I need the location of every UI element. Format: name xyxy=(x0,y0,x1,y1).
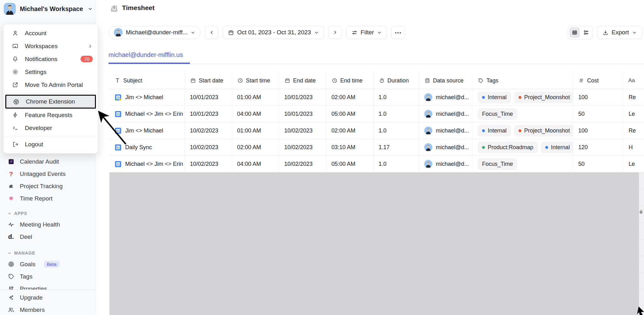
menu-item-label: Developer xyxy=(25,125,93,132)
ellipsis-icon: ... xyxy=(395,27,401,35)
extra-value: Re xyxy=(624,89,644,105)
sidebar-section-manage: MANAGE Goals Beta Tags Properties xyxy=(0,248,96,295)
sidebar-item-label: Untagged Events xyxy=(20,171,66,177)
sidebar-item-time-report[interactable]: Time Report xyxy=(0,192,96,205)
menu-item-notifications[interactable]: Notifications 70 xyxy=(3,53,98,65)
column-header-data-source[interactable]: Data source xyxy=(419,72,473,89)
column-header-tags[interactable]: Tags xyxy=(473,72,573,89)
sidebar-item-label: Meeting Health xyxy=(20,221,60,228)
avatar xyxy=(424,93,432,101)
tag-dot xyxy=(482,96,485,99)
table-row[interactable]: 31Jim <> Michael 10/02/2023 01:00 AM 10/… xyxy=(109,122,644,139)
export-dropdown[interactable]: Export xyxy=(597,26,642,39)
tag-pill: Internal xyxy=(478,125,511,137)
date-range-value: Oct 01, 2023 - Oct 31, 2023 xyxy=(237,29,311,36)
menu-item-label: Workspaces xyxy=(25,43,81,50)
column-header-subject[interactable]: TSubject xyxy=(109,72,185,89)
sidebar-footer: Upgrade Members xyxy=(0,290,96,315)
sidebar-item-goals[interactable]: Goals Beta xyxy=(0,258,96,270)
tag-icon xyxy=(8,273,14,280)
column-header-start-date[interactable]: Start date xyxy=(185,72,232,89)
start-time-value: 04:00 AM xyxy=(232,156,279,172)
start-time-value: 01:00 AM xyxy=(232,122,279,139)
table-view-button[interactable] xyxy=(569,27,580,38)
sidebar-item-upgrade[interactable]: Upgrade xyxy=(0,291,96,304)
sidebar-item-label: Calendar Audit xyxy=(20,158,59,165)
menu-item-developer[interactable]: Developer xyxy=(3,121,98,134)
table-row[interactable]: 31Jim <> Michael 10/01/2023 01:00 AM 10/… xyxy=(109,89,644,106)
data-source-value: michael@d... xyxy=(436,127,469,134)
workspace-name: Michael's Workspace xyxy=(20,5,83,13)
workspaces-icon xyxy=(12,43,19,50)
prev-period-button[interactable] xyxy=(205,26,219,39)
duration-value: 1.0 xyxy=(374,156,419,172)
sidebar-item-tags[interactable]: Tags xyxy=(0,270,96,283)
column-header-duration[interactable]: Duration xyxy=(374,72,419,89)
avatar xyxy=(424,143,432,151)
beta-badge: Beta xyxy=(44,261,59,267)
workspace-dropdown-menu: Account Workspaces Notifications 70 Sett… xyxy=(3,24,98,154)
sidebar-item-calendar-audit[interactable]: Calendar Audit xyxy=(0,155,96,168)
menu-item-account[interactable]: Account xyxy=(3,27,98,40)
terminal-icon xyxy=(12,125,19,132)
menu-item-label: Settings xyxy=(25,69,93,76)
start-date-value: 10/01/2023 xyxy=(185,106,232,122)
menu-item-feature-requests[interactable]: Feature Requests xyxy=(3,109,98,121)
workspace-switcher[interactable]: Michael's Workspace xyxy=(0,0,96,18)
text-type-icon: T xyxy=(114,78,120,84)
account-selector-dropdown[interactable]: Michael@dunder-miff... xyxy=(108,26,201,39)
cost-value: 50 xyxy=(573,106,624,122)
empty-gray-region xyxy=(109,172,639,315)
gear-icon xyxy=(12,69,19,76)
next-period-button[interactable] xyxy=(328,26,342,39)
tab-michael-account[interactable]: michael@dunder-mifflin.us xyxy=(108,51,190,64)
svg-text:31: 31 xyxy=(116,112,119,115)
date-range-dropdown[interactable]: Oct 01, 2023 - Oct 31, 2023 xyxy=(223,26,324,39)
column-header-end-date[interactable]: End date xyxy=(279,72,326,89)
download-icon xyxy=(602,30,608,36)
more-options-button[interactable]: ... xyxy=(391,26,405,39)
menu-item-label: Notifications xyxy=(25,56,74,63)
sidebar-item-meeting-health[interactable]: Meeting Health xyxy=(0,218,96,231)
duration-value: 1.0 xyxy=(374,89,419,105)
menu-item-move-to-admin-portal[interactable]: Move To Admin Portal xyxy=(3,78,98,91)
menu-item-workspaces[interactable]: Workspaces xyxy=(3,40,98,53)
end-time-value: 05:00 AM xyxy=(326,156,374,172)
sidebar-item-untagged-events[interactable]: ? Untagged Events xyxy=(0,168,96,180)
flexed-arm-icon xyxy=(8,183,14,190)
toolbar-right: Export xyxy=(568,26,642,39)
column-header-cost[interactable]: #Cost xyxy=(573,72,624,89)
menu-item-label: Move To Admin Portal xyxy=(25,82,93,88)
subject-value: Daily Sync xyxy=(125,144,152,151)
filter-dropdown[interactable]: Filter xyxy=(346,26,387,39)
user-icon xyxy=(12,30,19,37)
data-source-value: michael@d... xyxy=(436,161,469,167)
sidebar-item-members[interactable]: Members xyxy=(0,304,96,315)
chrome-icon xyxy=(13,98,19,105)
table-row[interactable]: 31Daily Sync 10/02/2023 02:00 AM 10/02/2… xyxy=(109,139,644,156)
column-header-end-time[interactable]: End time xyxy=(326,72,374,89)
column-header-start-time[interactable]: Start time xyxy=(232,72,279,89)
view-toggle xyxy=(568,26,593,39)
apps-section-header[interactable]: APPS xyxy=(0,208,96,218)
table-row[interactable]: 31Michael <> Jim <> Erin 10/01/2023 04:0… xyxy=(109,106,644,122)
end-time-value: 03:10 AM xyxy=(326,139,374,155)
column-header-extra[interactable]: Aa xyxy=(624,72,644,89)
table-row[interactable]: 31Michael <> Jim <> Erin 10/02/2023 04:0… xyxy=(109,156,644,172)
lightning-icon xyxy=(12,112,19,119)
mouse-cursor xyxy=(636,305,644,315)
card-view-button[interactable] xyxy=(581,27,591,38)
end-time-value: 05:00 AM xyxy=(326,106,374,122)
manage-section-header[interactable]: MANAGE xyxy=(0,248,96,258)
menu-item-chrome-extension[interactable]: Chrome Extension xyxy=(5,95,96,109)
external-link-icon xyxy=(12,82,19,88)
notification-count-badge: 70 xyxy=(80,56,93,62)
menu-item-label: Feature Requests xyxy=(25,112,93,119)
sidebar-item-deel[interactable]: d. Deel xyxy=(0,231,96,243)
menu-item-settings[interactable]: Settings xyxy=(3,65,98,78)
menu-item-label: Chrome Extension xyxy=(26,98,92,105)
pulse-icon xyxy=(8,221,14,228)
subject-value: Jim <> Michael xyxy=(125,94,163,101)
menu-item-logout[interactable]: Logout xyxy=(3,138,98,151)
sidebar-item-project-tracking[interactable]: Project Tracking xyxy=(0,180,96,192)
